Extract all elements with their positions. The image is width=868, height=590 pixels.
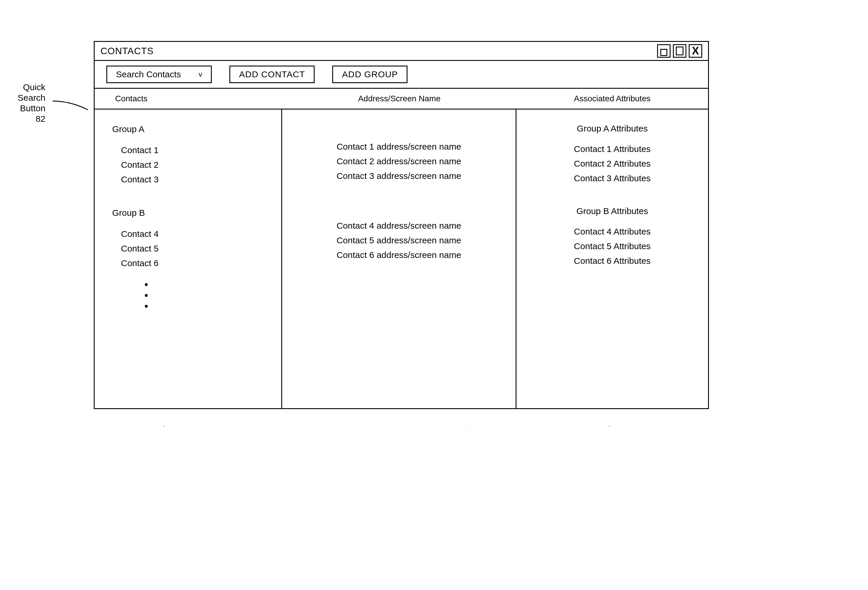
header-contacts: Contacts bbox=[94, 91, 282, 106]
close-button[interactable]: X bbox=[689, 44, 702, 58]
leader-lines-bottom bbox=[29, 410, 732, 426]
address-cell: Contact 4 address/screen name bbox=[282, 218, 515, 233]
callout-line: 82 bbox=[18, 114, 46, 124]
callout-quick-search-button: Quick Search Button 82 bbox=[18, 82, 46, 124]
address-cell: Contact 2 address/screen name bbox=[282, 154, 515, 169]
contact-item[interactable]: Contact 2 bbox=[109, 158, 281, 172]
diagram-container: Contact List 80 Add Contact Button 83 Ad… bbox=[29, 41, 839, 409]
header-attributes: Associated Attributes bbox=[517, 91, 708, 106]
contact-item[interactable]: Contact 1 bbox=[109, 143, 281, 158]
callout-line: Quick bbox=[18, 82, 46, 93]
contact-item[interactable]: Contact 6 bbox=[109, 256, 281, 271]
attributes-cell: Contact 3 Attributes bbox=[517, 171, 708, 186]
header-address: Address/Screen Name bbox=[282, 91, 517, 106]
group-label[interactable]: Group B bbox=[109, 205, 281, 221]
titlebar: CONTACTS X bbox=[94, 42, 708, 61]
attributes-column: Group A Attributes Contact 1 Attributes … bbox=[517, 109, 708, 408]
chevron-down-icon: v bbox=[199, 70, 202, 78]
contact-item[interactable]: Contact 3 bbox=[109, 172, 281, 187]
address-cell: Contact 6 address/screen name bbox=[282, 248, 515, 263]
minimize-icon bbox=[660, 49, 667, 56]
contact-item[interactable]: Contact 5 bbox=[109, 241, 281, 256]
callout-line: Button bbox=[18, 103, 46, 114]
close-icon: X bbox=[692, 46, 699, 56]
search-contacts-button[interactable]: Search Contacts v bbox=[106, 66, 212, 83]
maximize-button[interactable] bbox=[673, 44, 686, 58]
toolbar: Search Contacts v ADD CONTACT ADD GROUP bbox=[94, 61, 708, 89]
window-title: CONTACTS bbox=[100, 46, 154, 56]
search-contacts-label: Search Contacts bbox=[116, 69, 181, 79]
add-group-button[interactable]: ADD GROUP bbox=[332, 66, 407, 83]
attributes-cell: Contact 5 Attributes bbox=[517, 239, 708, 254]
callout-line: Search bbox=[18, 93, 46, 103]
add-contact-button[interactable]: ADD CONTACT bbox=[229, 66, 314, 83]
attributes-cell: Contact 4 Attributes bbox=[517, 224, 708, 239]
window-controls: X bbox=[657, 44, 702, 58]
address-column: Contact 1 address/screen name Contact 2 … bbox=[282, 109, 517, 408]
contacts-window: CONTACTS X Search Contacts v ADD CONTACT… bbox=[94, 41, 709, 409]
maximize-icon bbox=[676, 47, 683, 55]
ellipsis-icon: ••• bbox=[109, 279, 281, 311]
contact-item[interactable]: Contact 4 bbox=[109, 227, 281, 241]
attributes-cell: Contact 6 Attributes bbox=[517, 254, 708, 268]
contacts-column: Group A Contact 1 Contact 2 Contact 3 Gr… bbox=[94, 109, 282, 408]
group-attributes: Group B Attributes bbox=[517, 204, 708, 218]
address-cell: Contact 1 address/screen name bbox=[282, 139, 515, 154]
minimize-button[interactable] bbox=[657, 44, 670, 58]
group-attributes: Group A Attributes bbox=[517, 121, 708, 136]
attributes-cell: Contact 2 Attributes bbox=[517, 156, 708, 171]
address-cell: Contact 3 address/screen name bbox=[282, 169, 515, 183]
address-cell: Contact 5 address/screen name bbox=[282, 233, 515, 248]
group-label[interactable]: Group A bbox=[109, 121, 281, 137]
attributes-cell: Contact 1 Attributes bbox=[517, 142, 708, 156]
body-area: Group A Contact 1 Contact 2 Contact 3 Gr… bbox=[94, 109, 708, 408]
column-headers: Contacts Address/Screen Name Associated … bbox=[94, 89, 708, 109]
